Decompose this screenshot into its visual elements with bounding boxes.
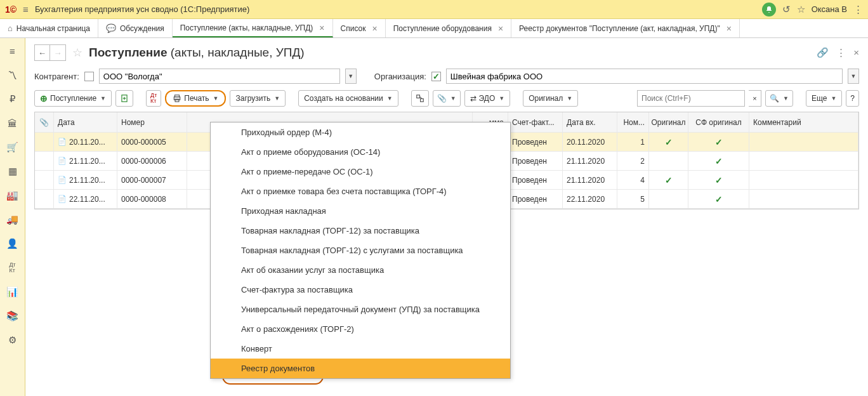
print-menu-item[interactable]: Конверт (211, 339, 510, 359)
sidebar-person-icon[interactable]: 👤 (5, 236, 20, 251)
user-label[interactable]: Оксана В (812, 4, 847, 14)
print-menu-item[interactable]: Товарная накладная (ТОРГ-12) с услугами … (211, 241, 510, 260)
close-icon[interactable]: × (372, 23, 377, 34)
sidebar-grid-icon[interactable]: ▦ (5, 164, 20, 179)
paperclip-icon: 📎 (437, 94, 447, 103)
logo-1c: 1© (5, 4, 16, 15)
menu-icon[interactable]: ≡ (23, 4, 29, 15)
sidebar-menu-icon[interactable]: ≡ (5, 43, 20, 58)
close-icon[interactable]: × (319, 23, 324, 33)
load-button[interactable]: Загрузить ▼ (230, 90, 286, 107)
favorite-icon[interactable]: ☆ (72, 46, 82, 60)
org-checkbox[interactable] (431, 72, 441, 81)
create-doc-button[interactable] (115, 90, 133, 107)
close-icon[interactable]: × (498, 23, 503, 34)
print-menu-item[interactable]: Акт о расхождениях (ТОРГ-2) (211, 319, 510, 339)
create-based-button[interactable]: Создать на основании ▼ (298, 90, 398, 107)
tab-label: Поступление (акты, накладные, УПД) (180, 23, 313, 32)
attach-button[interactable]: 📎 ▼ (433, 90, 461, 107)
receipt-button[interactable]: ⊕ Поступление ▼ (34, 90, 112, 107)
print-menu-item[interactable]: Реестр документов (211, 359, 510, 378)
sidebar-factory-icon[interactable]: 🏭 (5, 188, 20, 203)
sidebar: ≡ 〽 ₽ 🏛 🛒 ▦ 🏭 🚚 👤 ДтКт 📊 📚 ⚙ (0, 38, 25, 396)
col-dvh[interactable]: Дата вх. (563, 112, 617, 132)
bell-icon[interactable] (762, 3, 776, 16)
tab-list[interactable]: Список × (333, 19, 386, 37)
tab-receipt[interactable]: Поступление (акты, накладные, УПД) × (173, 19, 333, 37)
counterparty-label: Контрагент: (34, 72, 79, 81)
topbar: 1© ≡ Бухгалтерия предприятия усн сводно … (0, 0, 868, 19)
tab-home[interactable]: ⌂ Начальная страница (0, 19, 98, 37)
print-menu-item[interactable]: Приходная накладная (211, 201, 510, 221)
print-menu-item[interactable]: Акт о приемке товара без счета поставщик… (211, 182, 510, 201)
close-page-icon[interactable]: × (853, 47, 859, 58)
history-icon[interactable]: ↺ (782, 4, 791, 15)
col-sforig[interactable]: СФ оригинал (688, 112, 749, 132)
print-menu-item[interactable]: Универсальный передаточный документ (УПД… (211, 300, 510, 319)
tab-label: Поступление оборудования (393, 24, 492, 33)
print-menu-item[interactable]: Приходный ордер (М-4) (211, 122, 510, 142)
col-date[interactable]: Дата (54, 112, 117, 132)
chat-icon: 💬 (106, 23, 116, 33)
tab-label: Начальная страница (16, 24, 90, 33)
print-button[interactable]: Печать ▼ (165, 90, 226, 107)
help-button[interactable]: ? (846, 90, 859, 107)
counterparty-dropdown[interactable]: ▼ (345, 69, 357, 84)
tab-label: Реестр документов "Поступление (акт, нак… (519, 24, 720, 33)
org-dropdown[interactable]: ▼ (848, 69, 859, 84)
plus-icon: ⊕ (40, 93, 48, 103)
col-attach[interactable]: 📎 (35, 112, 54, 132)
search-input[interactable] (637, 90, 745, 107)
sidebar-truck-icon[interactable]: 🚚 (5, 212, 20, 227)
org-label: Организация: (374, 72, 426, 81)
sidebar-bank-icon[interactable]: 🏛 (5, 116, 20, 131)
print-menu-item[interactable]: Товарная накладная (ТОРГ-12) за поставщи… (211, 221, 510, 241)
print-dropdown: Приходный ордер (М-4)Акт о приеме оборуд… (210, 122, 511, 379)
more-menu-icon[interactable]: ⋮ (853, 4, 863, 15)
svg-rect-7 (420, 99, 423, 102)
col-sf[interactable]: Счет-факт... (508, 112, 563, 132)
print-menu-item[interactable]: Акт о приеме оборудования (ОС-14) (211, 142, 510, 162)
tab-registry[interactable]: Реестр документов "Поступление (акт, нак… (511, 19, 740, 37)
page-title: Поступление (акты, накладные, УПД) (89, 46, 305, 60)
col-comm[interactable]: Комментарий (749, 112, 858, 132)
kebab-icon[interactable]: ⋮ (836, 47, 846, 58)
print-menu-item[interactable]: Счет-фактура за поставщика (211, 280, 510, 300)
print-menu-item[interactable]: Акт о приеме-передаче ОС (ОС-1) (211, 162, 510, 182)
tab-label: Обсуждения (120, 24, 164, 33)
dtkt-button[interactable]: ДтКт (146, 90, 161, 107)
col-nom[interactable]: Ном... (617, 112, 649, 132)
more-button[interactable]: Еще ▼ (806, 90, 842, 107)
counterparty-input[interactable] (99, 69, 340, 84)
forward-button: → (50, 45, 65, 60)
sidebar-ruble-icon[interactable]: ₽ (5, 91, 20, 107)
link-icon[interactable]: 🔗 (817, 47, 829, 58)
sidebar-gear-icon[interactable]: ⚙ (5, 333, 20, 348)
tab-equipment[interactable]: Поступление оборудования × (386, 19, 511, 37)
edo-button[interactable]: ⇄ ЭДО ▼ (464, 90, 511, 107)
sidebar-chart-icon[interactable]: 〽 (5, 67, 20, 82)
original-button[interactable]: Оригинал ▼ (523, 90, 578, 107)
tab-label: Список (341, 24, 366, 33)
col-orig[interactable]: Оригинал (649, 112, 688, 132)
toolbar: ⊕ Поступление ▼ ДтКт Печать ▼ Загрузить … (34, 90, 859, 107)
sidebar-dtkt-icon[interactable]: ДтКт (5, 260, 20, 275)
app-title: Бухгалтерия предприятия усн сводно (1С:П… (35, 4, 249, 14)
star-icon[interactable]: ☆ (797, 4, 805, 15)
org-input[interactable] (446, 69, 843, 84)
search-button[interactable]: 🔍 ▼ (765, 90, 793, 107)
sidebar-bars-icon[interactable]: 📊 (5, 284, 20, 300)
home-icon: ⌂ (8, 23, 13, 33)
back-button[interactable]: ← (35, 45, 50, 60)
search-clear-button[interactable]: × (749, 90, 761, 107)
sidebar-book-icon[interactable]: 📚 (5, 308, 20, 324)
counterparty-checkbox[interactable] (84, 72, 94, 81)
sidebar-cart-icon[interactable]: 🛒 (5, 140, 20, 155)
related-button[interactable] (411, 90, 429, 107)
tab-discussions[interactable]: 💬 Обсуждения (98, 19, 173, 37)
svg-rect-6 (416, 95, 419, 98)
print-menu-item[interactable]: Акт об оказании услуг за поставщика (211, 260, 510, 280)
close-icon[interactable]: × (727, 23, 732, 34)
tabs-bar: ⌂ Начальная страница 💬 Обсуждения Поступ… (0, 19, 868, 38)
col-num[interactable]: Номер (117, 112, 187, 132)
